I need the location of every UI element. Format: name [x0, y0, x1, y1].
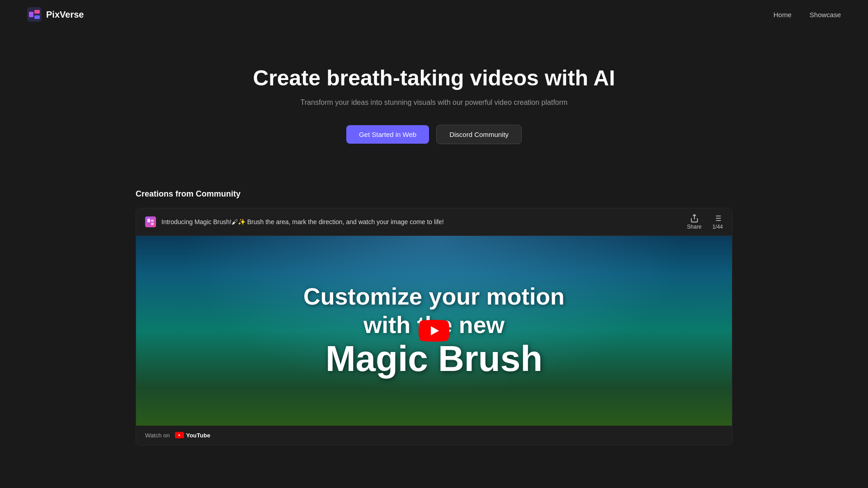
- channel-icon: [145, 216, 156, 227]
- nav-home[interactable]: Home: [774, 11, 792, 19]
- video-player[interactable]: Customize your motion with the new Magic…: [136, 236, 732, 426]
- playlist-button[interactable]: 1/44: [712, 214, 723, 230]
- youtube-text: YouTube: [186, 432, 210, 439]
- pixverse-logo-icon: [27, 7, 42, 22]
- share-label: Share: [687, 224, 702, 230]
- video-text-line1: Customize your motion: [303, 282, 565, 310]
- get-started-button[interactable]: Get Started in Web: [346, 125, 429, 144]
- section-title: Creations from Community: [136, 189, 732, 199]
- video-header-right: Share 1/44: [687, 214, 723, 230]
- svg-rect-1: [29, 12, 33, 17]
- logo-area[interactable]: PixVerse: [27, 7, 84, 22]
- video-container: Introducing Magic Brush!🖌✨ Brush the are…: [136, 208, 732, 446]
- play-button[interactable]: [419, 315, 449, 346]
- svg-rect-4: [147, 219, 150, 222]
- playlist-count: 1/44: [712, 224, 723, 230]
- video-header-left: Introducing Magic Brush!🖌✨ Brush the are…: [145, 216, 444, 227]
- watch-on-text: Watch on: [145, 432, 170, 439]
- video-title: Introducing Magic Brush!🖌✨ Brush the are…: [161, 218, 444, 225]
- video-header: Introducing Magic Brush!🖌✨ Brush the are…: [136, 208, 732, 236]
- hero-subtitle: Transform your ideas into stunning visua…: [301, 99, 568, 107]
- svg-rect-2: [34, 10, 40, 14]
- nav-showcase[interactable]: Showcase: [810, 11, 841, 19]
- navbar: PixVerse Home Showcase: [0, 0, 868, 29]
- youtube-icon: [175, 432, 184, 438]
- hero-buttons: Get Started in Web Discord Community: [346, 125, 522, 144]
- discord-community-button[interactable]: Discord Community: [436, 125, 522, 144]
- hero-section: Create breath-taking videos with AI Tran…: [0, 29, 868, 171]
- svg-rect-5: [151, 220, 154, 222]
- nav-links: Home Showcase: [774, 11, 841, 19]
- video-bottom-bar: Watch on YouTube: [136, 426, 732, 445]
- svg-rect-3: [34, 15, 40, 19]
- svg-rect-6: [151, 223, 154, 225]
- share-button[interactable]: Share: [687, 214, 702, 230]
- youtube-logo[interactable]: YouTube: [175, 432, 210, 439]
- hero-title: Create breath-taking videos with AI: [253, 65, 615, 91]
- logo-text: PixVerse: [46, 9, 84, 20]
- community-section: Creations from Community Introducing Mag…: [0, 171, 868, 446]
